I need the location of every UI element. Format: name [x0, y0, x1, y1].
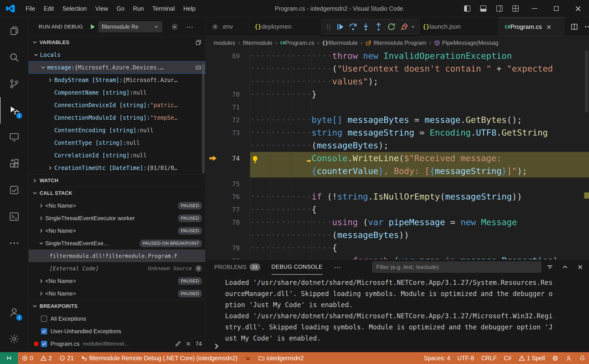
collapse-all-icon[interactable] — [195, 39, 202, 46]
toggle-sidebar-icon[interactable] — [464, 6, 470, 12]
code-line-wrap[interactable]: ············{counterValue}, Body: [{mess… — [206, 165, 589, 177]
start-debugging-button[interactable] — [89, 23, 96, 30]
variable-row[interactable]: BodyStream [Stream]: {Microsoft.Azur… — [29, 74, 205, 86]
gutter[interactable]: 78 — [206, 216, 250, 229]
continue-icon[interactable] — [336, 23, 344, 31]
status-encoding[interactable]: UTF-8 — [454, 352, 478, 364]
tab-Program.cs[interactable]: C#Program.cs× — [498, 18, 564, 36]
breakpoint-row[interactable]: Program.csmodules\filtermod…74 — [29, 338, 205, 350]
more-debug-actions-icon[interactable] — [411, 24, 415, 29]
debug-gear-icon[interactable] — [171, 23, 178, 30]
menu-go[interactable]: Go — [112, 0, 129, 17]
breakpoint-row[interactable]: All Exceptions — [29, 312, 205, 325]
status-eol[interactable]: CRLF — [478, 352, 500, 364]
code-line-78[interactable]: 78················using (var pipeMessage… — [206, 216, 589, 229]
code-editor[interactable]: 69················throw new InvalidOpera… — [206, 50, 589, 259]
variable-row[interactable]: CorrelationId [string]: null — [29, 149, 205, 162]
split-editor-icon[interactable] — [570, 23, 578, 31]
menu-view[interactable]: View — [91, 0, 112, 17]
code-line-74[interactable]: 74·········Console.WriteLine($"Received … — [206, 152, 589, 165]
call-stack-thread[interactable]: SingleThreadEventExecutor workerPAUSED — [29, 212, 205, 224]
variable-row[interactable]: ContentType [string]: null — [29, 136, 205, 149]
code-line-69[interactable]: 69················throw new InvalidOpera… — [206, 50, 589, 62]
section-watch[interactable]: WATCH — [29, 174, 205, 187]
status-infos[interactable]: 21 — [55, 352, 78, 364]
activity-source-control[interactable] — [0, 71, 28, 97]
close-button[interactable]: × — [567, 0, 589, 17]
status-notifications[interactable] — [576, 352, 589, 364]
status-remote-folder[interactable]: iotedgemsdn2 — [255, 352, 307, 364]
maximize-panel-icon[interactable] — [562, 264, 569, 271]
lightbulb-icon[interactable] — [250, 155, 260, 163]
menu-file[interactable]: File — [21, 0, 39, 17]
breadcrumb-item[interactable]: PipeMessage(Messag — [434, 39, 498, 46]
section-call-stack[interactable]: CALL STACK — [29, 187, 205, 199]
call-stack-thread[interactable]: <No Name>PAUSED — [29, 199, 205, 212]
code-line-wrap[interactable]: ················values"); — [206, 75, 589, 88]
status-errors[interactable]: 0 — [18, 352, 37, 364]
debug-config-select[interactable]: filtermodule Re — [98, 21, 162, 32]
gutter[interactable] — [206, 75, 250, 88]
menu-terminal[interactable]: Terminal — [148, 0, 179, 17]
gutter[interactable]: 69 — [206, 50, 250, 62]
step-into-icon[interactable] — [362, 23, 370, 31]
code-line-wrap[interactable]: ················(messageBytes)) — [206, 229, 589, 241]
code-line-72[interactable]: 72············byte[] messageBytes = mess… — [206, 114, 589, 126]
activity-explorer[interactable] — [0, 18, 28, 44]
call-stack-thread[interactable]: <No Name>PAUSED — [29, 275, 205, 287]
activity-extensions[interactable] — [0, 150, 28, 177]
stack-frame[interactable]: [External Code]Unknown Source0 — [29, 262, 205, 275]
section-variables[interactable]: VARIABLES — [29, 36, 205, 49]
scrollbar-thumb[interactable] — [585, 51, 588, 112]
edit-breakpoint-icon[interactable] — [175, 341, 181, 347]
gutter[interactable]: 71 — [206, 101, 250, 114]
gutter[interactable]: 72 — [206, 114, 250, 126]
stack-frame[interactable]: filtermodule.dll!filtermodule.Program.F — [29, 250, 205, 262]
drag-handle-icon[interactable] — [325, 23, 332, 31]
breadcrumb-item[interactable]: {}filtermodule — [322, 39, 358, 46]
variable-row[interactable]: ConnectionDeviceId [string]: "patric… — [29, 99, 205, 111]
sidebar-scrollbar[interactable] — [202, 64, 205, 173]
sidebar-more-actions[interactable]: ⋯ — [186, 23, 194, 31]
variable-row[interactable]: ComponentName [string]: null — [29, 86, 205, 99]
variable-row[interactable]: CreationTimeUtc [DateTime]: {01/01/0… — [29, 162, 205, 174]
gutter[interactable] — [206, 139, 250, 152]
tab-.env[interactable]: .env — [206, 18, 248, 36]
status-remote-indicator[interactable] — [0, 352, 18, 364]
toggle-secondary-sidebar-icon[interactable] — [496, 6, 503, 12]
breakpoint-checkbox[interactable] — [41, 341, 47, 347]
call-stack-thread[interactable]: SingleThreadEventExe…PAUSED ON BREAKPOIN… — [29, 237, 205, 250]
code-line-80[interactable]: 80····················foreach (var prop … — [206, 254, 589, 259]
breadcrumb-item[interactable]: filtermodule — [243, 39, 272, 46]
debug-console-output[interactable]: Loaded '/usr/share/dotnet/shared/Microso… — [206, 275, 589, 344]
activity-settings[interactable] — [0, 326, 28, 352]
step-out-icon[interactable] — [374, 23, 383, 31]
code-line-76[interactable]: 76············if (!string.IsNullOrEmpty(… — [206, 190, 589, 203]
activity-search[interactable] — [0, 44, 28, 71]
status-spell-checker[interactable]: 1 Spell — [515, 352, 549, 364]
activity-terminal-view[interactable] — [0, 203, 28, 230]
gutter[interactable] — [206, 229, 250, 241]
gutter[interactable]: 74 — [206, 152, 250, 165]
disconnect-icon[interactable] — [400, 23, 408, 31]
panel-tab-problems[interactable]: PROBLEMS23 — [214, 260, 260, 275]
panel-tab-debug-console[interactable]: DEBUG CONSOLE — [272, 260, 323, 275]
gutter[interactable]: 70 — [206, 88, 250, 101]
menu-run[interactable]: Run — [129, 0, 148, 17]
breadcrumb-item[interactable]: C#Program.cs — [280, 39, 314, 46]
activity-accounts[interactable]: 1 — [0, 299, 28, 326]
maximize-button[interactable] — [545, 0, 567, 17]
menu-help[interactable]: Help — [179, 0, 200, 17]
debug-console-filter-input[interactable] — [372, 261, 541, 273]
breakpoint-row[interactable]: User-Unhandled Exceptions — [29, 325, 205, 338]
status-iot-edge-flame[interactable] — [241, 352, 255, 364]
filter-lines-icon[interactable] — [546, 264, 553, 271]
close-panel-icon[interactable] — [577, 264, 584, 271]
restart-icon[interactable] — [387, 23, 396, 31]
status-language-mode[interactable]: C# — [500, 352, 515, 364]
status-debug-session[interactable]: filtermodule Remote Debug (.NET Core) (i… — [78, 352, 241, 364]
gutter[interactable]: 77 — [206, 203, 250, 216]
editor-more-actions-icon[interactable] — [584, 23, 589, 31]
gutter[interactable]: 73 — [206, 126, 250, 139]
step-over-icon[interactable] — [349, 23, 357, 31]
